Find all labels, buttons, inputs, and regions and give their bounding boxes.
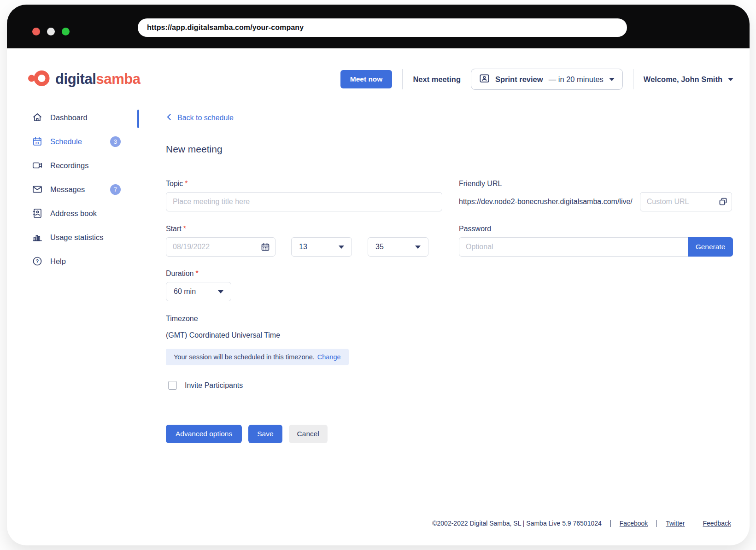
invite-participants-label: Invite Participants xyxy=(185,381,243,390)
password-field-group: Password Generate xyxy=(459,225,733,257)
sidebar: Dashboard 31 Schedule 3 xyxy=(29,105,121,273)
start-field-group: Start* xyxy=(166,225,442,257)
save-button[interactable]: Save xyxy=(248,425,282,443)
duration-select[interactable]: 60 min xyxy=(166,282,231,301)
wordmark: digitalsamba xyxy=(55,71,141,88)
close-window-button[interactable] xyxy=(32,28,40,35)
main-content: Back to schedule New meeting Topic* Frie… xyxy=(166,113,733,443)
footer-link-facebook[interactable]: Facebook xyxy=(620,520,648,527)
back-to-schedule-link[interactable]: Back to schedule xyxy=(166,113,234,123)
sidebar-item-recordings[interactable]: Recordings xyxy=(29,153,121,177)
form-actions: Advanced options Save Cancel xyxy=(166,425,733,443)
friendly-url-label: Friendly URL xyxy=(459,180,733,188)
home-icon xyxy=(32,112,43,123)
logo-icon xyxy=(28,69,50,89)
wordmark-digital: digital xyxy=(55,71,96,87)
required-marker: * xyxy=(185,180,188,187)
footer-link-feedback[interactable]: Feedback xyxy=(703,520,731,527)
sidebar-item-usage-statistics[interactable]: Usage statistics xyxy=(29,225,121,249)
sidebar-item-label: Schedule xyxy=(50,137,82,146)
timezone-label: Timezone xyxy=(166,315,733,323)
meet-now-button[interactable]: Meet now xyxy=(340,70,393,88)
next-meeting-dropdown[interactable]: Sprint review — in 20 minutes xyxy=(471,69,623,90)
sidebar-item-dashboard[interactable]: Dashboard xyxy=(29,105,121,129)
chevron-down-icon xyxy=(218,290,223,293)
footer: ©2002-2022 Digital Samba, SL | Samba Liv… xyxy=(432,520,731,527)
user-menu[interactable]: Welcome, John Smith xyxy=(644,75,733,84)
header-divider xyxy=(633,69,633,89)
friendly-url-field-group: Friendly URL https://dev.node2-bonecrush… xyxy=(459,180,733,211)
start-minute-select[interactable]: 35 xyxy=(368,237,428,257)
duration-field-group: Duration* 60 min xyxy=(166,269,733,301)
messages-count-badge: 7 xyxy=(110,184,121,195)
header-divider xyxy=(402,69,403,89)
traffic-lights xyxy=(32,28,70,35)
browser-window: https://app.digitalsamba.com/your-compan… xyxy=(7,5,750,545)
required-marker: * xyxy=(195,269,198,277)
sidebar-item-label: Messages xyxy=(50,185,85,194)
start-minute-value: 35 xyxy=(375,243,384,251)
next-meeting-title: Sprint review xyxy=(495,75,543,84)
footer-divider xyxy=(694,520,694,527)
copy-icon[interactable] xyxy=(719,197,727,208)
address-bar-url: https://app.digitalsamba.com/your-compan… xyxy=(147,23,304,32)
sidebar-item-label: Recordings xyxy=(50,161,88,170)
welcome-text: Welcome, John Smith xyxy=(644,75,722,84)
timezone-value: (GMT) Coordinated Universal Time xyxy=(166,331,733,339)
minimize-window-button[interactable] xyxy=(47,28,55,35)
footer-link-twitter[interactable]: Twitter xyxy=(666,520,685,527)
sidebar-item-help[interactable]: ? Help xyxy=(29,249,121,273)
back-link-label: Back to schedule xyxy=(177,114,234,122)
invite-participants-row: Invite Participants xyxy=(168,381,733,390)
wordmark-samba: samba xyxy=(96,71,140,87)
svg-text:31: 31 xyxy=(35,141,39,145)
chevron-down-icon xyxy=(609,78,615,81)
topic-field-group: Topic* xyxy=(166,180,442,211)
sidebar-item-label: Help xyxy=(50,257,66,266)
chevron-down-icon xyxy=(728,78,733,81)
friendly-url-base: https://dev.node2-bonecrusher.digitalsam… xyxy=(459,198,633,206)
sidebar-active-indicator xyxy=(137,110,139,128)
copyright-text: ©2002-2022 Digital Samba, SL | Samba Liv… xyxy=(432,520,602,527)
page-title: New meeting xyxy=(166,144,733,155)
topic-label: Topic* xyxy=(166,180,442,188)
timezone-change-link[interactable]: Change xyxy=(317,353,341,361)
sidebar-item-messages[interactable]: Messages 7 xyxy=(29,177,121,201)
start-hour-select[interactable]: 13 xyxy=(291,237,352,257)
logo[interactable]: digitalsamba xyxy=(28,69,141,89)
invite-participants-checkbox[interactable] xyxy=(168,381,177,390)
required-marker: * xyxy=(183,225,186,233)
svg-text:?: ? xyxy=(36,258,39,264)
footer-divider xyxy=(656,520,657,527)
timezone-field-group: Timezone (GMT) Coordinated Universal Tim… xyxy=(166,315,733,365)
mail-icon xyxy=(32,184,43,195)
address-bar[interactable]: https://app.digitalsamba.com/your-compan… xyxy=(138,18,627,37)
start-date-input[interactable] xyxy=(166,237,275,257)
bar-chart-icon xyxy=(32,232,43,243)
maximize-window-button[interactable] xyxy=(62,28,70,35)
chevron-down-icon xyxy=(415,246,421,249)
help-circle-icon: ? xyxy=(32,256,43,267)
sidebar-item-label: Address book xyxy=(50,209,97,218)
advanced-options-button[interactable]: Advanced options xyxy=(166,425,242,443)
sidebar-item-schedule[interactable]: 31 Schedule 3 xyxy=(29,129,121,153)
contact-card-icon xyxy=(479,73,490,86)
next-meeting-label: Next meeting xyxy=(413,75,461,84)
password-label: Password xyxy=(459,225,733,233)
meeting-form: Topic* Friendly URL https://dev.node2-bo… xyxy=(166,180,733,257)
app-header: digitalsamba Meet now Next meeting Sprin… xyxy=(28,68,733,90)
timezone-note-text: Your session will be scheduled in this t… xyxy=(174,353,315,361)
video-camera-icon xyxy=(32,160,43,171)
footer-divider xyxy=(610,520,611,527)
next-meeting-time: — in 20 minutes xyxy=(549,75,604,84)
calendar-icon[interactable] xyxy=(261,242,270,253)
header-actions: Meet now Next meeting Sprint review — in… xyxy=(340,69,733,90)
sidebar-item-address-book[interactable]: Address book xyxy=(29,201,121,225)
topic-input[interactable] xyxy=(166,192,442,211)
custom-url-input[interactable] xyxy=(640,192,732,211)
sidebar-item-label: Usage statistics xyxy=(50,233,104,242)
cancel-button[interactable]: Cancel xyxy=(289,425,328,443)
address-book-icon xyxy=(32,208,43,219)
timezone-note-banner: Your session will be scheduled in this t… xyxy=(166,349,349,365)
generate-password-button[interactable]: Generate xyxy=(688,237,733,257)
